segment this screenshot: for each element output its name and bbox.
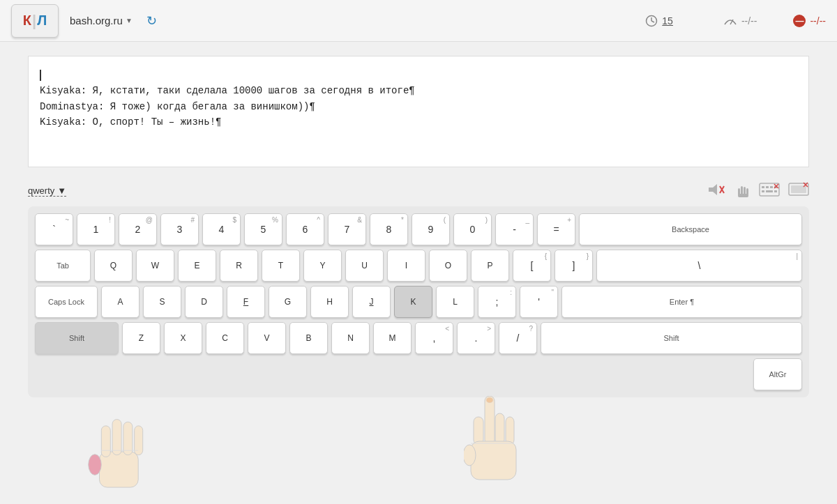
svg-rect-14 (766, 186, 769, 188)
reload-button[interactable]: ↻ (146, 13, 157, 29)
key-y[interactable]: Y (303, 250, 342, 282)
key-comma[interactable]: <, (415, 322, 453, 354)
lang-k: К (23, 13, 31, 29)
key-t[interactable]: T (262, 250, 300, 282)
key-quote[interactable]: "' (520, 286, 558, 318)
sound-icon (706, 182, 725, 197)
svg-rect-26 (100, 452, 139, 487)
layout-selector[interactable]: qwerty ▼ (28, 185, 66, 197)
content-line3: Kisyaka: О, спорт! Ты – жизнь!¶ (40, 116, 221, 128)
key-s[interactable]: S (143, 286, 181, 318)
key-q[interactable]: Q (94, 250, 133, 282)
clock-icon (645, 15, 658, 27)
svg-rect-17 (762, 190, 764, 192)
site-name[interactable]: bash.org.ru ▼ (70, 15, 133, 26)
key-enter[interactable]: Enter ¶ (561, 286, 802, 318)
key-backtick[interactable]: ` ~ (35, 213, 73, 245)
svg-rect-13 (762, 186, 764, 188)
key-c[interactable]: C (206, 322, 244, 354)
key-g[interactable]: G (269, 286, 307, 318)
key-period[interactable]: >. (457, 322, 495, 354)
stat-block: — --/-- (793, 15, 826, 27)
key-minus[interactable]: _- (495, 213, 534, 245)
key-4[interactable]: $4 (202, 213, 241, 245)
key-w[interactable]: W (136, 250, 174, 282)
svg-rect-35 (506, 417, 514, 445)
svg-rect-36 (474, 417, 483, 445)
key-x[interactable]: X (164, 322, 202, 354)
virtual-keyboard: ` ~ !1 @2 #3 $4 %5 ^6 &7 *8 (9 )0 _- += … (28, 206, 809, 397)
lang-l: Л (37, 13, 47, 29)
key-f[interactable]: F (227, 286, 265, 318)
key-slash[interactable]: ?/ (499, 322, 537, 354)
toolbar-icons (706, 181, 809, 201)
key-9[interactable]: (9 (412, 213, 450, 245)
key-3[interactable]: #3 (160, 213, 199, 245)
key-rbracket[interactable]: }] (555, 250, 593, 282)
stat-speed: --/-- (723, 15, 757, 27)
key-6[interactable]: ^6 (286, 213, 324, 245)
key-n[interactable]: N (331, 322, 370, 354)
key-lbracket[interactable]: {[ (513, 250, 551, 282)
key-z[interactable]: Z (122, 322, 160, 354)
key-shift-left[interactable]: Shift (35, 322, 119, 354)
keyboard-section: qwerty ▼ (28, 181, 809, 397)
svg-rect-27 (101, 426, 110, 457)
text-content-area[interactable]: Kisyaka: Я, кстати, таки сделала 10000 ш… (28, 56, 809, 167)
key-j[interactable]: J (352, 286, 391, 318)
key-row-space: AltGr (35, 358, 802, 390)
screen-toggle[interactable] (788, 182, 809, 200)
key-altgr[interactable]: AltGr (753, 358, 802, 390)
key-5[interactable]: %5 (244, 213, 282, 245)
content-line2: Dominastya: Я тоже) когда бегала за вини… (40, 101, 315, 112)
hand-svg-left (80, 406, 164, 497)
key-u[interactable]: U (345, 250, 384, 282)
key-b[interactable]: B (289, 322, 328, 354)
layout-dropdown-arrow: ▼ (57, 185, 66, 196)
hand-cursor-k (464, 396, 527, 480)
text-cursor (40, 70, 41, 81)
key-e[interactable]: E (178, 250, 216, 282)
key-backspace[interactable]: Backspace (579, 213, 802, 245)
svg-rect-30 (135, 426, 143, 455)
dropdown-arrow: ▼ (126, 17, 133, 24)
key-m[interactable]: M (373, 322, 412, 354)
key-1[interactable]: !1 (77, 213, 115, 245)
key-7[interactable]: &7 (328, 213, 366, 245)
key-a[interactable]: A (101, 286, 140, 318)
hand-mode-toggle[interactable] (734, 181, 751, 201)
sound-toggle[interactable] (706, 182, 725, 200)
screen-icon (788, 182, 809, 197)
key-8[interactable]: *8 (370, 213, 408, 245)
key-p[interactable]: P (471, 250, 509, 282)
svg-rect-37 (471, 441, 516, 480)
key-row-qwerty: Tab Q W E R T Y U I O P {[ }] |\ (35, 250, 802, 282)
stat-timer: 15 (645, 15, 673, 27)
key-d[interactable]: D (185, 286, 223, 318)
key-row-numbers: ` ~ !1 @2 #3 $4 %5 ^6 &7 *8 (9 )0 _- += … (35, 213, 802, 245)
key-2[interactable]: @2 (119, 213, 157, 245)
key-k[interactable]: K (394, 286, 432, 318)
svg-rect-18 (766, 190, 773, 192)
key-capslock[interactable]: Caps Lock (35, 286, 98, 318)
key-o[interactable]: O (429, 250, 467, 282)
top-bar: К | Л bash.org.ru ▼ ↻ 15 --/-- — --/-- (0, 0, 837, 42)
keyboard-toggle[interactable] (759, 182, 780, 200)
key-semicolon[interactable]: :; (478, 286, 516, 318)
key-h[interactable]: H (310, 286, 349, 318)
key-equals[interactable]: += (537, 213, 575, 245)
svg-rect-28 (112, 420, 121, 455)
key-v[interactable]: V (248, 322, 286, 354)
svg-rect-11 (738, 194, 748, 197)
key-row-asdf: Caps Lock A S D F G H J K L :; "' Enter … (35, 286, 802, 318)
key-r[interactable]: R (220, 250, 258, 282)
key-l[interactable]: L (436, 286, 474, 318)
hand-svg-k (464, 396, 527, 487)
key-shift-right[interactable]: Shift (541, 322, 802, 354)
language-indicator: К | Л (11, 4, 59, 38)
key-i[interactable]: I (387, 250, 425, 282)
key-0[interactable]: )0 (453, 213, 492, 245)
key-backslash[interactable]: |\ (596, 250, 802, 282)
svg-rect-33 (485, 396, 495, 445)
key-tab[interactable]: Tab (35, 250, 91, 282)
